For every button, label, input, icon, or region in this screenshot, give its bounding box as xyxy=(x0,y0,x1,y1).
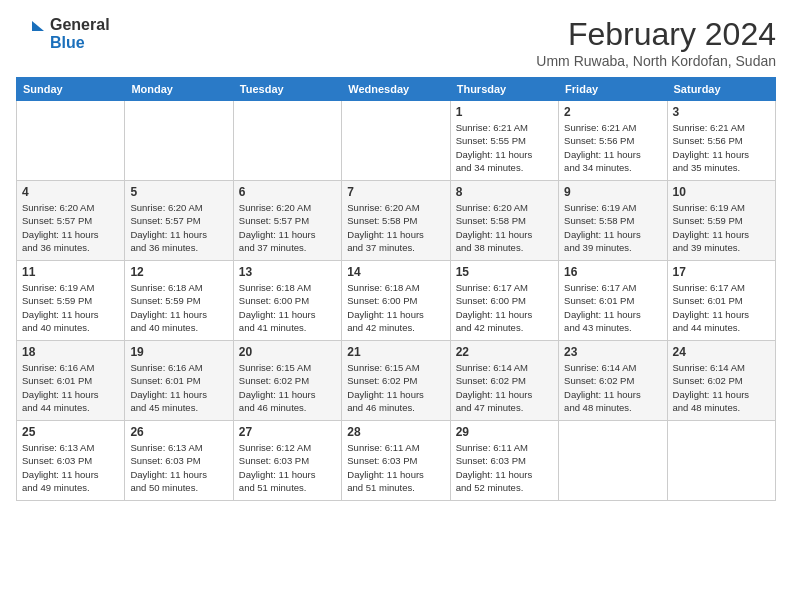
cell-info-text: Sunrise: 6:14 AM Sunset: 6:02 PM Dayligh… xyxy=(456,361,553,414)
calendar-cell: 24Sunrise: 6:14 AM Sunset: 6:02 PM Dayli… xyxy=(667,341,775,421)
cell-info-text: Sunrise: 6:21 AM Sunset: 5:56 PM Dayligh… xyxy=(564,121,661,174)
cell-info-text: Sunrise: 6:13 AM Sunset: 6:03 PM Dayligh… xyxy=(130,441,227,494)
cell-day-number: 18 xyxy=(22,345,119,359)
cell-day-number: 2 xyxy=(564,105,661,119)
calendar-week-row: 1Sunrise: 6:21 AM Sunset: 5:55 PM Daylig… xyxy=(17,101,776,181)
cell-info-text: Sunrise: 6:17 AM Sunset: 6:00 PM Dayligh… xyxy=(456,281,553,334)
calendar-cell: 26Sunrise: 6:13 AM Sunset: 6:03 PM Dayli… xyxy=(125,421,233,501)
cell-day-number: 3 xyxy=(673,105,770,119)
cell-info-text: Sunrise: 6:20 AM Sunset: 5:58 PM Dayligh… xyxy=(347,201,444,254)
logo-text-group: GeneralBlue xyxy=(50,16,110,52)
cell-info-text: Sunrise: 6:17 AM Sunset: 6:01 PM Dayligh… xyxy=(673,281,770,334)
calendar-cell: 10Sunrise: 6:19 AM Sunset: 5:59 PM Dayli… xyxy=(667,181,775,261)
calendar-cell: 20Sunrise: 6:15 AM Sunset: 6:02 PM Dayli… xyxy=(233,341,341,421)
calendar-cell: 4Sunrise: 6:20 AM Sunset: 5:57 PM Daylig… xyxy=(17,181,125,261)
cell-day-number: 29 xyxy=(456,425,553,439)
cell-info-text: Sunrise: 6:14 AM Sunset: 6:02 PM Dayligh… xyxy=(673,361,770,414)
cell-info-text: Sunrise: 6:11 AM Sunset: 6:03 PM Dayligh… xyxy=(456,441,553,494)
calendar-cell: 3Sunrise: 6:21 AM Sunset: 5:56 PM Daylig… xyxy=(667,101,775,181)
calendar-week-row: 11Sunrise: 6:19 AM Sunset: 5:59 PM Dayli… xyxy=(17,261,776,341)
logo-blue-text: Blue xyxy=(50,34,110,52)
weekday-header-monday: Monday xyxy=(125,78,233,101)
cell-info-text: Sunrise: 6:20 AM Sunset: 5:57 PM Dayligh… xyxy=(130,201,227,254)
calendar-cell: 15Sunrise: 6:17 AM Sunset: 6:00 PM Dayli… xyxy=(450,261,558,341)
weekday-header-row: SundayMondayTuesdayWednesdayThursdayFrid… xyxy=(17,78,776,101)
cell-info-text: Sunrise: 6:15 AM Sunset: 6:02 PM Dayligh… xyxy=(239,361,336,414)
calendar-cell: 8Sunrise: 6:20 AM Sunset: 5:58 PM Daylig… xyxy=(450,181,558,261)
calendar-cell: 19Sunrise: 6:16 AM Sunset: 6:01 PM Dayli… xyxy=(125,341,233,421)
svg-marker-0 xyxy=(32,21,44,31)
cell-day-number: 6 xyxy=(239,185,336,199)
cell-info-text: Sunrise: 6:20 AM Sunset: 5:57 PM Dayligh… xyxy=(22,201,119,254)
logo: GeneralBlue xyxy=(16,16,110,52)
cell-info-text: Sunrise: 6:20 AM Sunset: 5:58 PM Dayligh… xyxy=(456,201,553,254)
cell-info-text: Sunrise: 6:19 AM Sunset: 5:59 PM Dayligh… xyxy=(22,281,119,334)
calendar-cell: 18Sunrise: 6:16 AM Sunset: 6:01 PM Dayli… xyxy=(17,341,125,421)
cell-info-text: Sunrise: 6:18 AM Sunset: 6:00 PM Dayligh… xyxy=(347,281,444,334)
calendar-cell: 11Sunrise: 6:19 AM Sunset: 5:59 PM Dayli… xyxy=(17,261,125,341)
calendar-cell: 13Sunrise: 6:18 AM Sunset: 6:00 PM Dayli… xyxy=(233,261,341,341)
cell-info-text: Sunrise: 6:17 AM Sunset: 6:01 PM Dayligh… xyxy=(564,281,661,334)
cell-info-text: Sunrise: 6:14 AM Sunset: 6:02 PM Dayligh… xyxy=(564,361,661,414)
logo-general-text: General xyxy=(50,16,110,33)
title-area: February 2024 Umm Ruwaba, North Kordofan… xyxy=(536,16,776,69)
calendar-cell xyxy=(342,101,450,181)
calendar-cell: 9Sunrise: 6:19 AM Sunset: 5:58 PM Daylig… xyxy=(559,181,667,261)
cell-info-text: Sunrise: 6:15 AM Sunset: 6:02 PM Dayligh… xyxy=(347,361,444,414)
weekday-header-thursday: Thursday xyxy=(450,78,558,101)
cell-info-text: Sunrise: 6:12 AM Sunset: 6:03 PM Dayligh… xyxy=(239,441,336,494)
cell-day-number: 8 xyxy=(456,185,553,199)
cell-day-number: 23 xyxy=(564,345,661,359)
cell-day-number: 13 xyxy=(239,265,336,279)
cell-day-number: 5 xyxy=(130,185,227,199)
cell-day-number: 26 xyxy=(130,425,227,439)
cell-day-number: 22 xyxy=(456,345,553,359)
cell-day-number: 15 xyxy=(456,265,553,279)
cell-info-text: Sunrise: 6:21 AM Sunset: 5:56 PM Dayligh… xyxy=(673,121,770,174)
weekday-header-wednesday: Wednesday xyxy=(342,78,450,101)
cell-day-number: 11 xyxy=(22,265,119,279)
location-title: Umm Ruwaba, North Kordofan, Sudan xyxy=(536,53,776,69)
cell-day-number: 17 xyxy=(673,265,770,279)
cell-day-number: 9 xyxy=(564,185,661,199)
calendar-cell: 29Sunrise: 6:11 AM Sunset: 6:03 PM Dayli… xyxy=(450,421,558,501)
calendar-cell: 27Sunrise: 6:12 AM Sunset: 6:03 PM Dayli… xyxy=(233,421,341,501)
calendar-cell: 22Sunrise: 6:14 AM Sunset: 6:02 PM Dayli… xyxy=(450,341,558,421)
calendar-cell: 17Sunrise: 6:17 AM Sunset: 6:01 PM Dayli… xyxy=(667,261,775,341)
cell-day-number: 10 xyxy=(673,185,770,199)
calendar-cell: 25Sunrise: 6:13 AM Sunset: 6:03 PM Dayli… xyxy=(17,421,125,501)
cell-day-number: 19 xyxy=(130,345,227,359)
calendar-cell: 28Sunrise: 6:11 AM Sunset: 6:03 PM Dayli… xyxy=(342,421,450,501)
calendar-cell: 12Sunrise: 6:18 AM Sunset: 5:59 PM Dayli… xyxy=(125,261,233,341)
cell-info-text: Sunrise: 6:19 AM Sunset: 5:59 PM Dayligh… xyxy=(673,201,770,254)
cell-info-text: Sunrise: 6:18 AM Sunset: 5:59 PM Dayligh… xyxy=(130,281,227,334)
calendar-cell xyxy=(125,101,233,181)
header: GeneralBlue February 2024 Umm Ruwaba, No… xyxy=(16,16,776,69)
calendar-cell xyxy=(559,421,667,501)
weekday-header-tuesday: Tuesday xyxy=(233,78,341,101)
calendar-cell xyxy=(233,101,341,181)
calendar-cell: 21Sunrise: 6:15 AM Sunset: 6:02 PM Dayli… xyxy=(342,341,450,421)
calendar-cell: 23Sunrise: 6:14 AM Sunset: 6:02 PM Dayli… xyxy=(559,341,667,421)
calendar-cell: 16Sunrise: 6:17 AM Sunset: 6:01 PM Dayli… xyxy=(559,261,667,341)
cell-day-number: 24 xyxy=(673,345,770,359)
cell-info-text: Sunrise: 6:11 AM Sunset: 6:03 PM Dayligh… xyxy=(347,441,444,494)
cell-day-number: 25 xyxy=(22,425,119,439)
weekday-header-sunday: Sunday xyxy=(17,78,125,101)
cell-info-text: Sunrise: 6:21 AM Sunset: 5:55 PM Dayligh… xyxy=(456,121,553,174)
calendar-table: SundayMondayTuesdayWednesdayThursdayFrid… xyxy=(16,77,776,501)
cell-day-number: 27 xyxy=(239,425,336,439)
calendar-cell: 6Sunrise: 6:20 AM Sunset: 5:57 PM Daylig… xyxy=(233,181,341,261)
weekday-header-friday: Friday xyxy=(559,78,667,101)
cell-info-text: Sunrise: 6:18 AM Sunset: 6:00 PM Dayligh… xyxy=(239,281,336,334)
cell-day-number: 4 xyxy=(22,185,119,199)
cell-day-number: 12 xyxy=(130,265,227,279)
calendar-week-row: 4Sunrise: 6:20 AM Sunset: 5:57 PM Daylig… xyxy=(17,181,776,261)
calendar-cell: 5Sunrise: 6:20 AM Sunset: 5:57 PM Daylig… xyxy=(125,181,233,261)
cell-day-number: 14 xyxy=(347,265,444,279)
calendar-week-row: 25Sunrise: 6:13 AM Sunset: 6:03 PM Dayli… xyxy=(17,421,776,501)
cell-info-text: Sunrise: 6:16 AM Sunset: 6:01 PM Dayligh… xyxy=(22,361,119,414)
weekday-header-saturday: Saturday xyxy=(667,78,775,101)
cell-day-number: 21 xyxy=(347,345,444,359)
cell-info-text: Sunrise: 6:13 AM Sunset: 6:03 PM Dayligh… xyxy=(22,441,119,494)
